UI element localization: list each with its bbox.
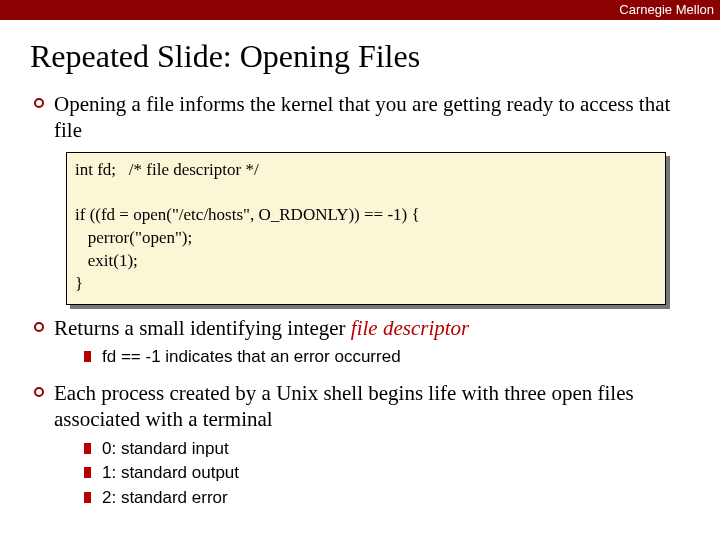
bullet-text: Each process created by a Unix shell beg… bbox=[54, 381, 634, 431]
sub-bullet: 2: standard error bbox=[84, 486, 698, 511]
main-list-2: Returns a small identifying integer file… bbox=[30, 315, 698, 510]
sub-bullet: 0: standard input bbox=[84, 437, 698, 462]
code-line: if ((fd = open("/etc/hosts", O_RDONLY)) … bbox=[75, 205, 420, 224]
sub-list-fd: fd == -1 indicates that an error occurre… bbox=[54, 345, 698, 370]
bullet-text: Returns a small identifying integer bbox=[54, 316, 351, 340]
code-line: perror("open"); bbox=[75, 228, 192, 247]
sub-text: 1: standard output bbox=[102, 463, 239, 482]
code-line: int fd; /* file descriptor */ bbox=[75, 160, 259, 179]
code-line: } bbox=[75, 274, 83, 293]
sub-text: 0: standard input bbox=[102, 439, 229, 458]
university-label: Carnegie Mellon bbox=[619, 2, 714, 17]
main-list: Opening a file informs the kernel that y… bbox=[30, 91, 698, 144]
code-content: int fd; /* file descriptor */ if ((fd = … bbox=[66, 152, 666, 306]
code-block: int fd; /* file descriptor */ if ((fd = … bbox=[66, 152, 666, 306]
bullet-returns-fd: Returns a small identifying integer file… bbox=[30, 315, 698, 370]
code-line: exit(1); bbox=[75, 251, 138, 270]
file-descriptor-term: file descriptor bbox=[351, 316, 469, 340]
sub-text: 2: standard error bbox=[102, 488, 228, 507]
sub-text: fd == -1 indicates that an error occurre… bbox=[102, 347, 401, 366]
sub-bullet: fd == -1 indicates that an error occurre… bbox=[84, 345, 698, 370]
sub-bullet: 1: standard output bbox=[84, 461, 698, 486]
header-bar: Carnegie Mellon bbox=[0, 0, 720, 20]
bullet-three-files: Each process created by a Unix shell beg… bbox=[30, 380, 698, 510]
slide-body: Repeated Slide: Opening Files Opening a … bbox=[0, 20, 720, 510]
sub-list-stdio: 0: standard input 1: standard output 2: … bbox=[54, 437, 698, 511]
bullet-text: Opening a file informs the kernel that y… bbox=[54, 92, 670, 142]
bullet-opening-file: Opening a file informs the kernel that y… bbox=[30, 91, 698, 144]
slide-title: Repeated Slide: Opening Files bbox=[30, 38, 698, 75]
